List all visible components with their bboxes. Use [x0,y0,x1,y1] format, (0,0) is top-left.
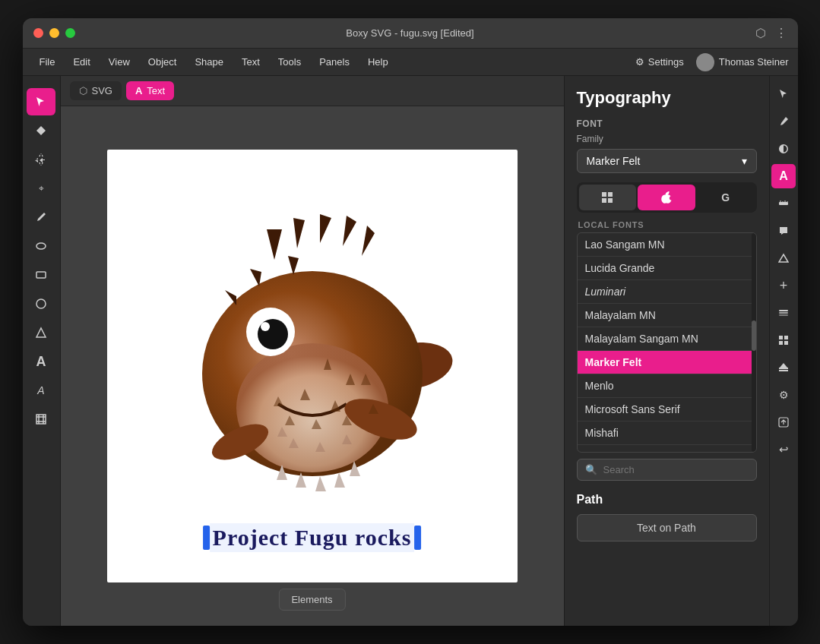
font-item-luminari[interactable]: Luminari [578,280,756,304]
font-section-label: Font [577,118,757,129]
tool-zoom[interactable]: ⌖ [27,175,55,202]
right-icon-undo[interactable]: ↩ [771,437,796,462]
menu-panels[interactable]: Panels [312,53,357,71]
font-item-mishafi[interactable]: Mishafi [578,421,756,445]
svg-point-2 [36,299,46,308]
right-icon-typography[interactable]: A [771,164,796,188]
settings-button[interactable]: ⚙ Settings [635,56,684,68]
titlebar: Boxy SVG - fugu.svg [Edited] ⬡ ⋮ [23,18,798,49]
svg-rect-1 [36,272,46,278]
svg-rect-46 [602,198,606,203]
canvas-wrapper[interactable]: Project Fugu rocks [107,150,518,582]
right-icon-comment[interactable] [771,219,796,243]
text-handle-right [414,526,421,550]
minimize-button[interactable] [49,28,59,38]
menu-text[interactable]: Text [234,53,268,71]
menu-edit[interactable]: Edit [65,53,97,71]
tool-triangle[interactable] [27,319,55,346]
text-tab-icon: A [135,85,142,96]
close-button[interactable] [33,28,43,38]
font-item-menlo[interactable]: Menlo [578,374,756,398]
window-title: Boxy SVG - fugu.svg [Edited] [346,27,473,39]
font-item-mishafi-gold[interactable]: Mishafi Gold [578,445,756,453]
svg-marker-11 [293,218,305,248]
user-button[interactable]: Thomas Steiner [696,53,789,71]
svg-marker-53 [779,254,788,262]
canvas-selected-text[interactable]: Project Fugu rocks [203,523,422,552]
tool-circle[interactable] [27,290,55,317]
search-input[interactable] [603,464,749,475]
menu-object[interactable]: Object [141,53,185,71]
right-icon-contrast[interactable] [771,137,796,161]
font-list: Lao Sangam MN Lucida Grande Luminari Mal… [577,232,757,453]
tool-text-small[interactable]: A [27,377,55,404]
right-icon-grid[interactable] [771,328,796,352]
font-source-google[interactable]: G [697,185,755,210]
menu-file[interactable]: File [32,53,63,71]
right-icon-layers[interactable] [771,301,796,325]
local-fonts-label: LOCAL FONTS [577,220,757,229]
svg-marker-14 [362,226,375,256]
tab-bar: ⬡ SVG A Text [61,76,564,106]
font-item-marker-felt[interactable]: Marker Felt [578,351,756,374]
font-section: Font Family Marker Felt ▾ [577,118,757,481]
maximize-button[interactable] [65,28,75,38]
svg-marker-13 [343,216,356,246]
svg-rect-44 [602,192,606,197]
text-handle-left [203,526,210,550]
font-item-microsoft-sans[interactable]: Microsoft Sans Serif [578,398,756,421]
canvas-text-content: Project Fugu rocks [210,523,415,552]
right-icon-library[interactable] [771,355,796,380]
font-source-tabs: G [577,182,757,213]
right-icon-pen[interactable] [771,109,796,134]
right-icon-triangle[interactable] [771,246,796,270]
menu-tools[interactable]: Tools [271,53,309,71]
svg-rect-47 [608,198,613,203]
svg-marker-12 [320,214,331,243]
tab-text[interactable]: A Text [126,81,174,100]
font-family-dropdown[interactable]: Marker Felt ▾ [577,149,757,173]
tool-frame[interactable] [27,406,55,433]
tool-text[interactable]: A [27,348,55,375]
svg-marker-10 [267,229,282,260]
search-box[interactable]: 🔍 [577,459,757,481]
canvas-area: Project Fugu rocks Elements [61,106,564,626]
path-section: Path Text on Path [577,493,757,541]
font-item-lao[interactable]: Lao Sangam MN [578,233,756,257]
svg-marker-3 [36,328,46,337]
tool-ellipse[interactable] [27,232,55,260]
svg-point-0 [36,243,46,249]
right-icon-export[interactable] [771,410,796,434]
text-on-path-button[interactable]: Text on Path [577,514,757,541]
avatar [696,53,714,71]
svg-point-19 [261,322,270,331]
font-item-malayalam[interactable]: Malayalam MN [578,304,756,327]
svg-marker-24 [225,290,236,305]
puzzle-icon[interactable]: ⬡ [755,26,766,40]
more-icon[interactable]: ⋮ [775,26,787,40]
font-source-apple[interactable] [638,185,695,210]
right-icon-plus[interactable]: + [771,273,796,298]
font-source-grid[interactable] [579,185,637,210]
tool-node[interactable] [27,117,55,144]
tab-svg[interactable]: ⬡ SVG [70,81,122,100]
tool-pan[interactable] [27,146,55,173]
menu-view[interactable]: View [101,53,138,71]
menu-help[interactable]: Help [360,53,396,71]
svg-marker-63 [780,363,787,368]
font-item-lucida[interactable]: Lucida Grande [578,257,756,280]
tool-pen[interactable] [27,204,55,231]
right-icon-ruler[interactable] [771,191,796,216]
right-icon-settings[interactable]: ⚙ [771,383,796,407]
right-icon-pointer[interactable] [771,82,796,106]
font-item-malayalam-sangam[interactable]: Malayalam Sangam MN [578,327,756,351]
svg-rect-45 [608,192,613,197]
elements-button[interactable]: Elements [278,589,345,611]
svg-marker-41 [334,472,345,488]
left-toolbar: ⌖ A A [23,76,61,626]
svg-rect-48 [779,202,788,205]
tool-select[interactable] [27,88,55,115]
selected-font-family: Marker Felt [587,155,641,167]
tool-rect[interactable] [27,261,55,289]
menu-shape[interactable]: Shape [187,53,231,71]
